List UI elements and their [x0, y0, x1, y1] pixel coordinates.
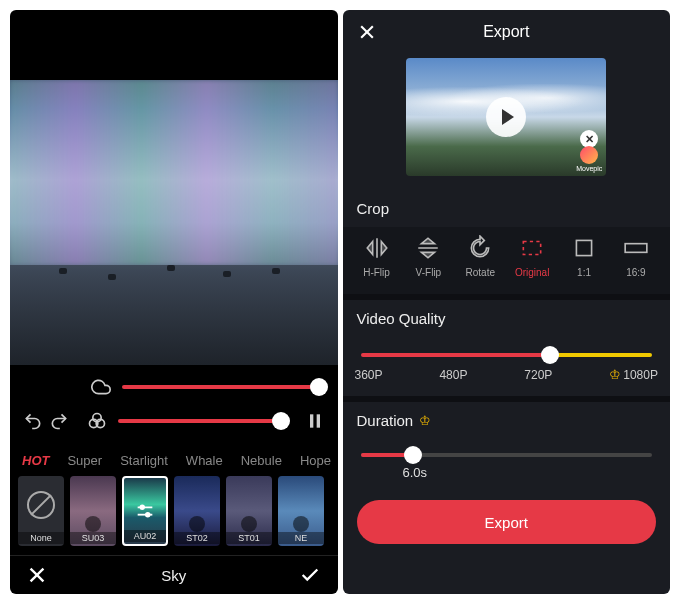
download-icon [241, 516, 257, 532]
tab-super[interactable]: Super [67, 453, 102, 468]
section-title: Sky [161, 567, 186, 584]
cancel-button[interactable] [26, 564, 48, 586]
original-icon [519, 235, 545, 261]
thumb-su03[interactable]: SU03 [70, 476, 116, 546]
category-tabs: HOT Super Starlight Whale Nebule Hope [10, 447, 338, 472]
thumb-st01[interactable]: ST01 [226, 476, 272, 546]
tab-starlight[interactable]: Starlight [120, 453, 168, 468]
tab-hot[interactable]: HOT [22, 453, 49, 468]
crop-vflip[interactable]: V-Flip [404, 235, 452, 278]
filter-icon [86, 410, 108, 432]
watermark-logo: Movepic [576, 146, 602, 172]
redo-button[interactable] [48, 410, 70, 432]
panel-title: Export [377, 23, 637, 41]
duration-value: 6.0s [343, 465, 671, 494]
svg-point-8 [146, 513, 150, 517]
duration-slider[interactable] [361, 453, 653, 457]
svg-rect-14 [576, 240, 591, 255]
square-icon [571, 235, 597, 261]
cloud-icon [90, 376, 112, 398]
crop-rotate[interactable]: Rotate [456, 235, 504, 278]
crop-original[interactable]: Original [508, 235, 556, 278]
quality-labels: 360P 480P 720P ♔1080P [343, 367, 671, 396]
hflip-icon [364, 235, 390, 261]
download-icon [85, 516, 101, 532]
rotate-icon [467, 235, 493, 261]
thumb-ne[interactable]: NE [278, 476, 324, 546]
crown-icon: ♔ [609, 367, 621, 382]
thumb-au02[interactable]: AU02 [122, 476, 168, 546]
svg-rect-15 [625, 244, 647, 253]
play-button[interactable] [486, 97, 526, 137]
svg-rect-4 [316, 414, 319, 427]
wide-icon [623, 235, 649, 261]
thumb-st02[interactable]: ST02 [174, 476, 220, 546]
tab-nebule[interactable]: Nebule [241, 453, 282, 468]
tab-whale[interactable]: Whale [186, 453, 223, 468]
export-button[interactable]: Export [357, 500, 657, 544]
tab-hope[interactable]: Hope [300, 453, 331, 468]
close-button[interactable] [357, 22, 377, 42]
thumb-none[interactable]: None [18, 476, 64, 546]
crop-1-1[interactable]: 1:1 [560, 235, 608, 278]
effect-thumbnails: None SU03 AU02 ST02 ST01 NE [10, 472, 338, 554]
svg-point-7 [140, 506, 144, 510]
quality-title: Video Quality [343, 300, 671, 337]
crop-16-9[interactable]: 16:9 [612, 235, 660, 278]
opacity-slider[interactable] [122, 385, 320, 389]
svg-rect-13 [524, 242, 541, 255]
crown-icon: ♔ [419, 413, 431, 428]
export-panel: Export ✕ Movepic Crop H-Flip V-Flip R [343, 10, 671, 594]
confirm-button[interactable] [299, 564, 321, 586]
crop-title: Crop [343, 190, 671, 227]
duration-title: Duration ♔ [343, 402, 671, 439]
export-preview[interactable]: ✕ Movepic [406, 58, 606, 176]
undo-button[interactable] [22, 410, 44, 432]
svg-rect-3 [310, 414, 313, 427]
download-icon [189, 516, 205, 532]
quality-slider[interactable] [361, 353, 653, 357]
editor-panel: HOT Super Starlight Whale Nebule Hope No… [10, 10, 338, 594]
intensity-slider[interactable] [118, 419, 282, 423]
vflip-icon [415, 235, 441, 261]
image-preview[interactable] [10, 80, 338, 365]
adjust-icon [134, 500, 156, 522]
crop-options: H-Flip V-Flip Rotate Original 1:1 16:9 [343, 227, 671, 294]
crop-hflip[interactable]: H-Flip [353, 235, 401, 278]
download-icon [293, 516, 309, 532]
pause-button[interactable] [304, 410, 326, 432]
